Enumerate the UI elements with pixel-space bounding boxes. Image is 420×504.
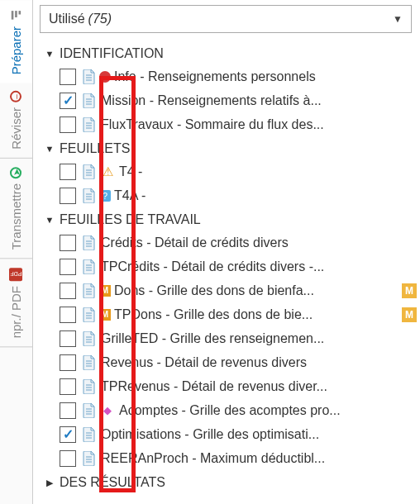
caret-down-icon: ▼	[43, 215, 56, 225]
warning-icon: ⚠	[99, 164, 116, 180]
section-header[interactable]: ▶DES RÉSULTATS	[43, 472, 417, 493]
caret-right-icon: ▶	[43, 478, 56, 488]
tree-item-label: Acomptes - Grille des acomptes pro...	[119, 403, 417, 418]
document-tree: ▼IDENTIFICATION–Info - Renseignements pe…	[33, 38, 420, 493]
tree-item[interactable]: Optimisations - Grille des optimisati...	[43, 422, 417, 446]
tree-item-label: T4 -	[119, 164, 417, 179]
tree-item[interactable]: MDons - Grille des dons de bienfa...M	[43, 278, 417, 302]
document-icon	[81, 354, 98, 371]
caret-down-icon: ▼	[43, 49, 56, 59]
tree-item[interactable]: TPCrédits - Détail de crédits divers -..…	[43, 254, 417, 278]
tree-item[interactable]: Crédits - Détail de crédits divers	[43, 231, 417, 254]
minus-circle-icon: –	[11, 91, 22, 102]
svg-rect-1	[16, 11, 18, 17]
tree-item-label: TPRevenus - Détail de revenus diver...	[101, 379, 417, 394]
m-badge-icon: M	[99, 285, 111, 297]
checkbox[interactable]	[60, 283, 76, 299]
section-title: DES RÉSULTATS	[60, 475, 165, 490]
tree-item[interactable]: FluxTravaux - Sommaire du flux des...	[43, 112, 417, 136]
tree-item-label: Dons - Grille des dons de bienfa...	[114, 283, 399, 298]
section-header[interactable]: ▼FEUILLES DE TRAVAIL	[43, 209, 417, 231]
checkbox[interactable]	[60, 188, 76, 204]
dropdown-count: (75)	[88, 12, 112, 26]
document-icon	[81, 69, 98, 85]
checkbox[interactable]	[60, 69, 76, 85]
svg-rect-2	[12, 11, 14, 20]
section-header[interactable]: ▼IDENTIFICATION	[43, 43, 417, 64]
checkbox[interactable]	[60, 259, 76, 275]
document-icon	[81, 426, 98, 443]
checkbox[interactable]	[60, 330, 76, 347]
tree-item[interactable]: Revenus - Détail de revenus divers	[43, 350, 417, 374]
chevron-down-icon: ▼	[393, 13, 403, 25]
tree-item[interactable]: Mission - Renseignements relatifs à...	[43, 88, 417, 112]
left-tab-label: Préparer	[9, 26, 23, 74]
m-trail-badge: M	[402, 283, 417, 298]
checkbox[interactable]	[60, 354, 76, 371]
tree-item-label: REERAnProch - Maximum déductibl...	[101, 451, 417, 466]
tree-item[interactable]: GrilleTED - Grille des renseignemen...	[43, 326, 417, 350]
tree-item[interactable]: REERAnProch - Maximum déductibl...	[43, 446, 417, 470]
checkbox[interactable]	[60, 307, 76, 323]
tree-item[interactable]: ⚠T4 -	[43, 159, 417, 183]
left-tab-review[interactable]: Réviser –	[0, 83, 32, 159]
left-tab-pdf[interactable]: npr./ PDF PDF	[0, 259, 32, 347]
document-icon	[81, 235, 98, 251]
tree-item-label: Mission - Renseignements relatifs à...	[101, 93, 417, 108]
document-icon	[81, 93, 98, 109]
question-icon: ?	[99, 190, 111, 202]
left-tab-transmit[interactable]: Transmettre ➤	[0, 159, 32, 259]
send-circle-icon: ➤	[11, 167, 22, 178]
diamond-icon: ◆	[99, 402, 116, 419]
tree-item[interactable]: ◆Acomptes - Grille des acomptes pro...	[43, 398, 417, 422]
tree-item[interactable]: TPRevenus - Détail de revenus diver...	[43, 374, 417, 398]
tree-item[interactable]: –Info - Renseignements personnels	[43, 64, 417, 88]
checkbox[interactable]	[60, 235, 76, 251]
document-icon	[81, 259, 98, 275]
tree-item[interactable]: MTPDons - Grille des dons de bie...M	[43, 302, 417, 326]
left-tab-label: Réviser	[9, 107, 23, 150]
tree-item[interactable]: ?T4A -	[43, 183, 417, 207]
tree-item-label: TPCrédits - Détail de crédits divers -..…	[101, 259, 417, 274]
tree-item-label: GrilleTED - Grille des renseignemen...	[101, 331, 417, 346]
svg-rect-0	[19, 11, 21, 14]
m-badge-icon: M	[99, 309, 111, 321]
document-icon	[81, 378, 98, 395]
document-icon	[81, 188, 98, 204]
pdf-icon: PDF	[10, 268, 23, 281]
minus-circle-icon: –	[99, 71, 111, 83]
filter-dropdown[interactable]: Utilisé (75) ▼	[40, 5, 412, 33]
tree-item-label: Optimisations - Grille des optimisati...	[101, 427, 417, 442]
document-icon	[81, 283, 98, 299]
checkbox[interactable]	[60, 426, 76, 443]
chart-icon	[10, 8, 23, 21]
tree-item-label: FluxTravaux - Sommaire du flux des...	[101, 117, 417, 132]
section-header[interactable]: ▼FEUILLETS	[43, 138, 417, 159]
section-title: IDENTIFICATION	[60, 46, 164, 61]
left-tab-label: npr./ PDF	[9, 286, 23, 338]
document-icon	[81, 402, 98, 419]
checkbox[interactable]	[60, 164, 76, 180]
checkbox[interactable]	[60, 378, 76, 395]
tree-item-label: Crédits - Détail de crédits divers	[101, 235, 417, 250]
left-tab-prepare[interactable]: Préparer	[0, 0, 32, 83]
m-trail-badge: M	[402, 307, 417, 322]
tree-item-label: TPDons - Grille des dons de bie...	[114, 307, 399, 322]
left-tab-rail: Préparer Réviser – Transmettre ➤ npr./ P…	[0, 0, 33, 504]
document-icon	[81, 330, 98, 347]
document-icon	[81, 307, 98, 323]
tree-item-label: Revenus - Détail de revenus divers	[101, 355, 417, 370]
checkbox[interactable]	[60, 450, 76, 467]
document-icon	[81, 164, 98, 180]
document-icon	[81, 116, 98, 133]
section-title: FEUILLES DE TRAVAIL	[60, 212, 201, 227]
document-icon	[81, 450, 98, 467]
tree-item-label: T4A -	[114, 188, 417, 203]
checkbox[interactable]	[60, 93, 76, 109]
dropdown-label: Utilisé	[49, 12, 85, 26]
section-title: FEUILLETS	[60, 141, 130, 156]
left-tab-label: Transmettre	[9, 183, 23, 250]
caret-down-icon: ▼	[43, 144, 56, 154]
checkbox[interactable]	[60, 116, 76, 133]
checkbox[interactable]	[60, 402, 76, 419]
